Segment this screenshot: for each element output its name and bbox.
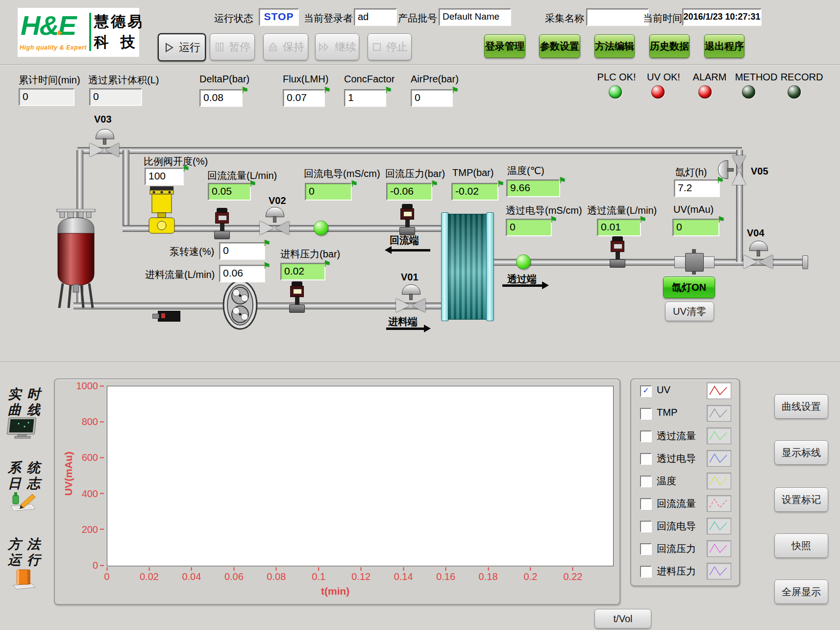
reflux-pressure-label: 回流压力(bar): [385, 167, 445, 180]
run-button[interactable]: 运行: [158, 33, 206, 61]
perm-cond-value: 0: [506, 219, 552, 236]
show-marker-line-button[interactable]: 显示标线: [774, 440, 828, 465]
legend-row-feed-pressure: 进料压力: [631, 561, 739, 580]
y-axis-ticks: 10008006004002000: [54, 386, 104, 565]
legend-line-sample[interactable]: [707, 450, 731, 467]
header-divider: [0, 64, 840, 65]
time-volume-toggle-button[interactable]: t/Vol: [594, 609, 651, 629]
logo-he-text: H&E: [21, 12, 75, 39]
set-marker-button[interactable]: 设置标记: [774, 487, 828, 512]
tmp-label: TMP(bar): [452, 167, 494, 178]
legend-checkbox[interactable]: [640, 498, 652, 510]
current-time-label: 当前时间: [643, 12, 682, 25]
history-data-button[interactable]: 历史数据: [649, 34, 690, 58]
parameter-settings-button[interactable]: 参数设置: [539, 34, 580, 58]
legend-checkbox[interactable]: [640, 430, 652, 442]
legend-checkbox[interactable]: ✓: [640, 385, 652, 397]
sidebar-label: 方法: [8, 535, 46, 553]
fullscreen-button[interactable]: 全屏显示: [774, 580, 828, 604]
legend-panel: ✓ UV TMP 透过流量 透过电导 温度 回流流量: [630, 378, 740, 586]
legend-label: 温度: [657, 475, 676, 488]
flag-indicator-icon: ⚑: [559, 176, 566, 185]
legend-row-perm-cond: 透过电导: [631, 448, 739, 468]
curve-settings-button[interactable]: 曲线设置: [774, 394, 828, 419]
legend-checkbox[interactable]: [640, 543, 652, 555]
legend-line-sample[interactable]: [707, 540, 731, 557]
legend-line-sample[interactable]: [707, 518, 731, 534]
xenon-lamp-hours-value[interactable]: 7.2: [674, 179, 720, 197]
perm-cond-label: 透过电导(mS/cm): [506, 204, 582, 217]
uv-signal-value: 0: [672, 219, 719, 236]
pause-button[interactable]: 暂停: [210, 33, 255, 60]
plc-ok-led: [609, 85, 622, 99]
legend-line-sample[interactable]: [707, 563, 731, 580]
logo-accent-icon: [58, 30, 63, 35]
feed-pressure-label: 进料压力(bar): [280, 248, 340, 261]
sidebar-label: 运行: [8, 551, 46, 569]
pump-speed-label: 泵转速(%): [170, 245, 214, 258]
uv-detector-icon: [685, 253, 704, 272]
xenon-lamp-on-button[interactable]: 氙灯ON: [663, 277, 715, 298]
legend-checkbox[interactable]: [640, 521, 652, 532]
exit-program-button[interactable]: 退出程序: [704, 34, 744, 58]
section-divider: [0, 362, 840, 363]
legend-row-tmp: TMP: [631, 403, 739, 423]
feed-port-label: 进料端: [388, 315, 418, 328]
stop-icon: [371, 41, 382, 53]
sidebar-label: 曲线: [8, 401, 46, 419]
record-label: RECORD: [781, 72, 823, 83]
legend-label: TMP: [657, 407, 677, 418]
uv-zero-button[interactable]: UV清零: [665, 302, 714, 321]
reflux-flow-sensor-icon: [214, 208, 230, 239]
flag-indicator-icon: ⚑: [497, 180, 504, 188]
airpre-label: AirPre(bar): [411, 74, 459, 85]
legend-line-sample[interactable]: [707, 428, 731, 444]
reflux-direction-arrow-icon: [391, 249, 430, 252]
hold-button[interactable]: 保持: [263, 33, 308, 60]
legend-line-sample[interactable]: [707, 495, 731, 512]
membrane-module: [441, 212, 494, 320]
legend-checkbox[interactable]: [640, 476, 652, 487]
acquisition-name-input[interactable]: [586, 8, 649, 26]
stop-button[interactable]: 停止: [368, 33, 412, 60]
legend-row-reflux-cond: 回流电导: [631, 516, 739, 535]
uv-cell-flange: [703, 256, 715, 268]
legend-checkbox[interactable]: [640, 566, 652, 578]
prop-valve-opening-label: 比例阀开度(%): [144, 155, 208, 168]
flag-indicator-icon: ⚑: [323, 260, 331, 268]
pump-speed-input[interactable]: 0: [219, 242, 265, 260]
run-state-value: STOP: [259, 8, 299, 26]
batch-label: 产品批号: [398, 12, 437, 25]
snapshot-button[interactable]: 快照: [774, 533, 828, 558]
reflux-port-label: 回流端: [390, 234, 419, 247]
legend-label: 回流流量: [657, 497, 696, 510]
current-user-input[interactable]: ad: [354, 8, 397, 26]
tmp-value: -0.02: [451, 183, 498, 201]
login-manage-button[interactable]: 登录管理: [484, 34, 525, 58]
legend-label: 回流电导: [657, 520, 696, 533]
x-axis-label: t(min): [321, 585, 349, 597]
prop-valve-opening-input[interactable]: 100: [145, 168, 184, 185]
deltap-value: 0.08: [199, 89, 243, 107]
acquisition-name-label: 采集名称: [545, 12, 584, 25]
legend-line-sample[interactable]: [707, 473, 731, 489]
legend-row-perm-flow: 透过流量: [631, 426, 739, 445]
uv-signal-label: UV(mAu): [673, 204, 714, 215]
method-edit-button[interactable]: 方法编辑: [594, 34, 635, 58]
legend-line-sample[interactable]: [707, 405, 731, 422]
feed-flow-input[interactable]: 0.06: [219, 265, 265, 282]
sidebar-label: 系统: [8, 459, 46, 477]
resume-button[interactable]: 继续: [315, 33, 359, 60]
play-icon: [163, 42, 175, 53]
feed-flow-label: 进料流量(L/min): [145, 268, 215, 281]
feed-inline-sensor-icon: [158, 311, 180, 322]
logo-divider: [89, 13, 91, 51]
perm-total-volume-value: 0: [89, 88, 142, 106]
legend-checkbox[interactable]: [640, 408, 652, 420]
brand-name-top: 慧德易: [94, 13, 144, 30]
batch-input[interactable]: Default Name: [439, 8, 511, 26]
feed-pressure-sensor-icon: [289, 281, 305, 313]
legend-checkbox[interactable]: [640, 453, 652, 465]
legend-line-sample[interactable]: [707, 382, 731, 399]
legend-label: 透过电导: [657, 452, 696, 465]
